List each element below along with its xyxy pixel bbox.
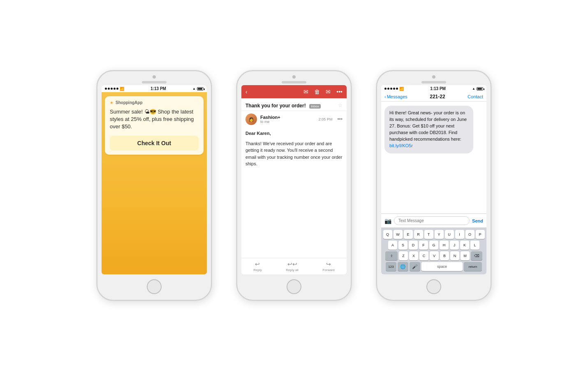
reply-all-label: Reply all bbox=[286, 268, 299, 272]
key-123[interactable]: 123 bbox=[386, 262, 396, 271]
battery-icon bbox=[197, 87, 204, 90]
phone2-bottom bbox=[287, 274, 301, 300]
phone3-top bbox=[377, 71, 491, 85]
key-a[interactable]: A bbox=[388, 241, 397, 250]
key-r[interactable]: R bbox=[414, 230, 423, 239]
key-h[interactable]: H bbox=[440, 241, 449, 250]
key-shift[interactable]: ⇧ bbox=[385, 251, 398, 260]
sms-contact-number: 221-22 bbox=[430, 94, 445, 100]
key-p[interactable]: P bbox=[476, 230, 485, 239]
email-delete-icon[interactable]: 🗑 bbox=[314, 88, 320, 95]
key-d[interactable]: D bbox=[409, 241, 418, 250]
key-t[interactable]: T bbox=[424, 230, 433, 239]
key-x[interactable]: X bbox=[409, 251, 418, 260]
forward-button[interactable]: ↪ Forward bbox=[322, 261, 334, 272]
reply-button[interactable]: ↩ Reply bbox=[253, 261, 262, 272]
phone3-status-left: 📶 bbox=[384, 87, 404, 91]
email-subject-container: Thank you for your order! Inbox bbox=[245, 102, 321, 109]
sms-input-area: 📷 Send bbox=[381, 213, 486, 227]
notif-header: ★ ShoppingApp bbox=[110, 100, 199, 105]
sms-messages: Hi there! Great news- your order is on i… bbox=[381, 102, 486, 213]
key-backspace[interactable]: ⌫ bbox=[471, 251, 482, 260]
inbox-badge: Inbox bbox=[309, 104, 321, 109]
dot1 bbox=[105, 88, 107, 90]
sms-link[interactable]: bit.ly/l/KO5r bbox=[389, 143, 413, 148]
kb-row-1: Q W E R T Y U I O P bbox=[383, 230, 485, 239]
dot4 bbox=[113, 88, 116, 90]
email-archive-icon[interactable]: ✉ bbox=[303, 88, 308, 95]
key-b[interactable]: B bbox=[440, 251, 449, 260]
key-l[interactable]: L bbox=[470, 241, 479, 250]
email-body-text: Thanks! We've received your order and ar… bbox=[245, 140, 343, 167]
sender-name: Fashion+ bbox=[260, 115, 315, 120]
key-s[interactable]: S bbox=[398, 241, 407, 250]
sms-back-button[interactable]: ‹ Messages bbox=[384, 94, 407, 99]
key-globe[interactable]: 🌐 bbox=[398, 262, 408, 271]
phone2-top bbox=[237, 71, 351, 85]
email-back-button[interactable]: ‹ bbox=[245, 88, 248, 95]
phone3-screen: 📶 1:13 PM ▲ ‹ Messages 221-22 Contact bbox=[381, 85, 486, 274]
email-more-icon[interactable]: ••• bbox=[336, 88, 343, 95]
sms-bubble: Hi there! Great news- your order is on i… bbox=[384, 106, 473, 153]
signal-dots bbox=[105, 88, 118, 90]
key-i[interactable]: I bbox=[455, 230, 464, 239]
key-n[interactable]: N bbox=[450, 251, 459, 260]
avatar-emoji: 👩 bbox=[249, 117, 254, 122]
email-star-icon[interactable]: ☆ bbox=[338, 102, 343, 108]
sms-nav: ‹ Messages 221-22 Contact bbox=[381, 92, 486, 102]
key-mic[interactable]: 🎤 bbox=[410, 262, 420, 271]
dot5 bbox=[116, 88, 118, 90]
key-j[interactable]: J bbox=[450, 241, 459, 250]
camera-icon[interactable]: 📷 bbox=[384, 218, 391, 224]
phone1-home-button[interactable] bbox=[147, 279, 162, 294]
phone2-home-button[interactable] bbox=[287, 279, 301, 294]
email-flag-icon[interactable]: ✉ bbox=[326, 88, 331, 95]
phone-sms: 📶 1:13 PM ▲ ‹ Messages 221-22 Contact bbox=[376, 70, 491, 301]
sms-text-input[interactable] bbox=[394, 216, 470, 225]
key-m[interactable]: M bbox=[461, 251, 470, 260]
email-options-icon[interactable]: ••• bbox=[337, 116, 343, 122]
reply-label: Reply bbox=[253, 268, 262, 272]
phone-email: ‹ ✉ 🗑 ✉ ••• Thank you for your order! In… bbox=[236, 70, 352, 301]
key-k[interactable]: K bbox=[460, 241, 469, 250]
reply-all-button[interactable]: ↩↩ Reply all bbox=[286, 261, 299, 272]
key-e[interactable]: E bbox=[404, 230, 413, 239]
key-z[interactable]: Z bbox=[399, 251, 408, 260]
key-return[interactable]: return bbox=[464, 262, 482, 271]
p3dot2 bbox=[387, 88, 389, 90]
star-icon: ★ bbox=[110, 100, 113, 105]
sender-to: to me bbox=[260, 120, 315, 124]
key-g[interactable]: G bbox=[429, 241, 438, 250]
phone1-camera bbox=[153, 75, 156, 79]
key-w[interactable]: W bbox=[394, 230, 403, 239]
back-chevron-icon: ‹ bbox=[384, 94, 386, 99]
phone1-status-bar: 📶 1:13 PM ▲ bbox=[102, 85, 207, 92]
phone1-top bbox=[97, 71, 211, 85]
check-it-out-button[interactable]: Check It Out bbox=[110, 136, 199, 151]
key-v[interactable]: V bbox=[430, 251, 439, 260]
p3dot1 bbox=[384, 88, 387, 90]
phone1-speaker bbox=[142, 81, 167, 83]
reply-icon: ↩ bbox=[255, 261, 260, 267]
phone1-status-left: 📶 bbox=[105, 87, 124, 91]
key-q[interactable]: Q bbox=[383, 230, 392, 239]
phone3-home-button[interactable] bbox=[426, 279, 441, 294]
phone3-signal bbox=[384, 88, 398, 90]
sms-contact-link[interactable]: Contact bbox=[468, 94, 483, 99]
sms-send-button[interactable]: Send bbox=[472, 218, 483, 223]
dot3 bbox=[111, 88, 113, 90]
key-o[interactable]: O bbox=[465, 230, 475, 239]
key-f[interactable]: F bbox=[419, 241, 428, 250]
messages-back-label: Messages bbox=[387, 94, 407, 99]
key-y[interactable]: Y bbox=[435, 230, 444, 239]
key-u[interactable]: U bbox=[445, 230, 454, 239]
phone2-screen: ‹ ✉ 🗑 ✉ ••• Thank you for your order! In… bbox=[241, 85, 347, 274]
phone3-time: 1:13 PM bbox=[430, 86, 446, 91]
p3dot3 bbox=[390, 88, 392, 90]
email-sender-row: 👩 Fashion+ to me 2:05 PM ••• bbox=[241, 111, 347, 128]
key-c[interactable]: C bbox=[419, 251, 428, 260]
kb-row-3: ⇧ Z X C V B N M ⌫ bbox=[383, 251, 485, 260]
keyboard: Q W E R T Y U I O P A S D F G H bbox=[381, 227, 486, 274]
key-space[interactable]: space bbox=[421, 262, 463, 271]
email-footer: ↩ Reply ↩↩ Reply all ↪ Forward bbox=[241, 258, 347, 274]
